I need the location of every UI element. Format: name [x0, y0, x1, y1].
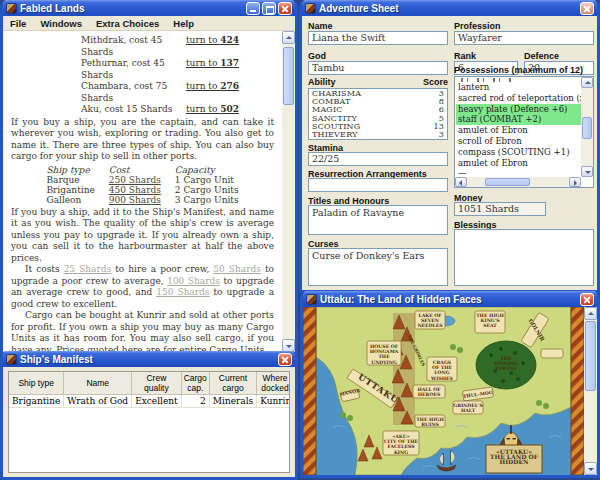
scroll-up-button[interactable] [581, 77, 593, 88]
close-button[interactable] [580, 293, 594, 306]
close-button[interactable] [278, 353, 292, 366]
turn-link[interactable]: turn to 137 [186, 58, 239, 81]
header-row: Ship typeNameCrew qualityCargo cap.Curre… [9, 372, 290, 395]
profession-field[interactable]: Wayfarer [454, 31, 594, 45]
reading-pane: Mithdrak, cost 45 Shardsturn to 424Pethu… [3, 31, 282, 352]
possessions-rows: lanternsacred rod of teleportation (x1 c… [456, 77, 581, 177]
profession-label: Profession [454, 21, 501, 31]
close-button[interactable] [278, 2, 292, 15]
scroll-right-button[interactable] [569, 177, 581, 187]
menu-windows[interactable]: Windows [33, 17, 89, 30]
column-header: Ship type [39, 165, 101, 175]
menu-extra-choices[interactable]: Extra Choices [89, 17, 166, 30]
option-text: Chambara, cost 75 Shards [81, 81, 186, 104]
turn-link[interactable]: turn to 502 [186, 104, 239, 116]
shard-link[interactable]: 25 Shards [64, 264, 112, 274]
turn-link[interactable]: turn to 276 [186, 81, 239, 104]
scrollbar-thumb[interactable] [582, 117, 592, 139]
partial-item-fragment [458, 78, 514, 82]
titles-field[interactable]: Paladin of Ravayne [308, 205, 448, 235]
cell: Minerals [210, 395, 257, 408]
turn-option-row: Pethurnar, cost 45 Shardsturn to 137 [81, 58, 274, 81]
stamina-field[interactable]: 22/25 [308, 152, 448, 166]
scroll-down-button[interactable] [581, 166, 593, 177]
score-label: Score [414, 77, 448, 87]
manifest-table-container: Ship typeNameCrew qualityCargo cap.Curre… [8, 371, 290, 473]
table-row[interactable]: BrigantineWrath of GodExcellent2Minerals… [9, 395, 290, 408]
maximize-button[interactable] [262, 2, 276, 15]
scroll-down-button[interactable] [584, 462, 597, 475]
scroll-up-button[interactable] [282, 31, 295, 44]
map-vertical-scrollbar[interactable] [584, 307, 597, 475]
name-label: Name [308, 21, 333, 31]
possession-item[interactable]: heavy plate (Defence +6) [456, 104, 581, 115]
shard-link[interactable]: 900 Shards [109, 195, 161, 205]
turn-option-row: Chambara, cost 75 Shardsturn to 276 [81, 81, 274, 104]
paragraph: If you buy a ship, add it to the Ship's … [11, 207, 274, 265]
possessions-vscroll[interactable] [581, 77, 593, 177]
rank-label: Rank [454, 51, 476, 61]
possession-item[interactable]: sacred rod of teleportation (x1 charges,… [456, 93, 581, 104]
shard-link[interactable]: 450 Shards [109, 185, 161, 195]
name-field[interactable]: Liana the Swift [308, 31, 448, 45]
column-header: Capacity [168, 165, 246, 175]
main-titlebar[interactable]: Fabled Lands [3, 0, 295, 16]
ability-row[interactable]: THIEVERY3 [312, 131, 444, 139]
scrollbar-thumb[interactable] [485, 178, 530, 186]
map-label-hall-of-heroes: HALL OFHEROES [417, 387, 441, 397]
shard-link[interactable]: 100 Shards [167, 276, 220, 286]
paragraph: Cargo can be bought at Kunrir and sold a… [11, 310, 274, 352]
shard-link[interactable]: 150 Shards [156, 287, 209, 297]
shard-link[interactable]: 250 Shards [109, 175, 161, 185]
possession-item[interactable]: staff (COMBAT +2) [456, 114, 581, 125]
window-adventure-sheet: Adventure Sheet Name Liana the Swift Pro… [299, 0, 600, 293]
column-header: Cost [102, 165, 168, 175]
column-header: Cargo cap. [182, 372, 210, 395]
manifest-table: Ship typeNameCrew qualityCargo cap.Curre… [9, 372, 290, 408]
possession-item[interactable]: compass (SCOUTING +1) [456, 147, 581, 158]
cell: Kunrir [257, 395, 290, 408]
defence-label: Defence [524, 51, 559, 61]
close-button[interactable] [580, 2, 594, 15]
ability-score: 3 [439, 131, 444, 139]
scroll-up-button[interactable] [584, 307, 597, 320]
curses-field[interactable]: Curse of Donkey's Ears [308, 248, 448, 286]
scrollbar-thumb[interactable] [585, 321, 596, 391]
scroll-left-button[interactable] [455, 177, 467, 187]
vertical-scrollbar[interactable] [282, 31, 295, 352]
column-header: Current cargo [210, 372, 257, 395]
possession-item[interactable]: lantern [456, 82, 581, 93]
ability-name: THIEVERY [312, 131, 358, 139]
scrollbar-thumb[interactable] [283, 47, 294, 105]
cell: Barque [39, 175, 101, 185]
sheet-titlebar[interactable]: Adventure Sheet [302, 0, 597, 16]
window-ships-manifest: Ship's Manifest Ship typeNameCrew qualit… [0, 351, 298, 480]
blessings-field[interactable] [454, 229, 594, 286]
window-uttaku-map: Uttaku: The Land of Hidden Faces [300, 291, 600, 478]
possession-item[interactable]: amulet of Ebron [456, 125, 581, 136]
turn-option-row: Aku, cost 15 Shardsturn to 502 [81, 104, 274, 116]
menu-help[interactable]: Help [166, 17, 201, 30]
shard-link[interactable]: 50 Shards [213, 264, 261, 274]
money-field[interactable]: 1051 Shards [454, 202, 546, 216]
manifest-titlebar[interactable]: Ship's Manifest [3, 351, 295, 367]
map-titlebar[interactable]: Uttaku: The Land of Hidden Faces [303, 291, 597, 307]
god-field[interactable]: Tambu [308, 61, 448, 75]
table-row: Barque250 Shards1 Cargo Unit [39, 175, 245, 185]
ability-list[interactable]: CHARISMA3COMBAT8MAGIC6SANCTITY5SCOUTING1… [308, 88, 448, 140]
possessions-list[interactable]: lanternsacred rod of teleportation (x1 c… [454, 76, 594, 188]
minimize-button[interactable] [246, 2, 260, 15]
turn-link[interactable]: turn to 424 [186, 35, 239, 58]
resurrection-field[interactable] [308, 178, 448, 192]
menu-file[interactable]: File [3, 17, 33, 30]
menu-bar: File Windows Extra Choices Help [3, 16, 295, 31]
possessions-hscroll[interactable] [455, 177, 581, 187]
cell: Excellent [132, 395, 182, 408]
cell: 450 Shards [102, 185, 168, 195]
window-fabled-lands: Fabled Lands File Windows Extra Choices … [0, 0, 298, 355]
possession-item[interactable]: amulet of Ebron [456, 158, 581, 169]
possession-item[interactable]: — [456, 168, 581, 177]
possession-item[interactable]: scroll of Ebron [456, 136, 581, 147]
map-window-title: Uttaku: The Land of Hidden Faces [320, 294, 580, 305]
map-icon [306, 294, 317, 305]
